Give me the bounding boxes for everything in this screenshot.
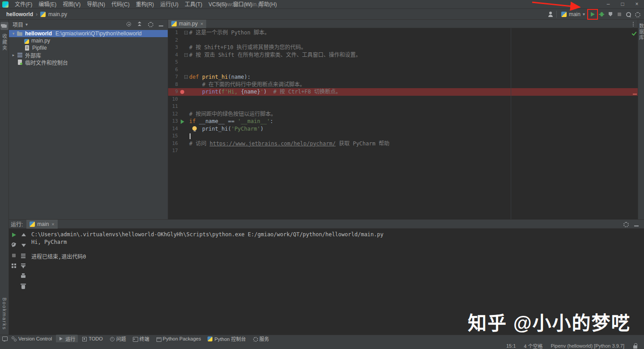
code-line[interactable]: 13if __name__ == '__main__': — [168, 118, 638, 125]
menu-item[interactable]: 代码(C) — [108, 0, 133, 9]
caret-position[interactable]: 15:1 — [506, 343, 516, 349]
tool-stripe-project-button[interactable] — [0, 22, 8, 30]
intention-bulb-icon[interactable] — [192, 126, 197, 131]
tool-stripe-favorites-button[interactable]: 收藏夹 — [1, 34, 8, 51]
gutter: 15 — [168, 132, 189, 140]
project-tree-item[interactable]: ▾helloworldE:\gmiao\work\QT\python\hello… — [9, 30, 168, 37]
project-tree-item[interactable]: ▸外部库 — [9, 51, 168, 59]
toolwindow-button-problems[interactable]: 问题 — [107, 335, 129, 343]
stop-process-button[interactable] — [11, 252, 17, 259]
rerun-button[interactable] — [11, 232, 17, 238]
maximize-button[interactable]: □ — [615, 0, 630, 9]
project-tree-item[interactable]: Pipfile — [9, 44, 168, 51]
inspection-scrollbar[interactable] — [632, 28, 638, 219]
panel-settings-icon[interactable] — [147, 21, 153, 27]
code-line[interactable]: 17 — [168, 147, 638, 155]
error-stripe-mark[interactable] — [633, 94, 637, 95]
close-tab-icon[interactable]: × — [200, 21, 203, 26]
menu-item[interactable]: 文件(F) — [12, 0, 35, 9]
breadcrumb-project[interactable]: helloworld — [6, 11, 33, 17]
code-line[interactable]: 9 print(f'Hi, {name}') # 按 Ctrl+F8 切换断点。 — [168, 88, 638, 96]
tool-stripe-bookmarks-button[interactable]: Bookmarks — [2, 298, 7, 330]
soft-wrap-icon[interactable] — [20, 252, 26, 259]
project-panel-title[interactable]: 项目 — [13, 21, 23, 28]
tool-window-switcher-icon[interactable] — [1, 336, 8, 342]
run-panel-settings-icon[interactable] — [623, 221, 629, 227]
search-everywhere-icon[interactable] — [625, 11, 631, 17]
menu-item[interactable]: 导航(N) — [84, 0, 108, 9]
breadcrumb-file[interactable]: main.py — [48, 11, 67, 17]
indent-info[interactable]: 4 个空格 — [524, 342, 542, 349]
print-icon[interactable] — [20, 273, 26, 279]
run-tab-main[interactable]: main × — [26, 220, 57, 229]
tab-options-icon[interactable] — [630, 21, 636, 27]
code-line[interactable]: 8 # 在下面的代码行中使用断点来调试脚本。 — [168, 81, 638, 89]
hide-panel-icon[interactable] — [158, 21, 164, 27]
console-toolbar — [18, 229, 28, 335]
tree-expanded-icon[interactable]: ▾ — [11, 31, 16, 36]
settings-icon[interactable] — [634, 11, 640, 17]
scroll-to-end-icon[interactable] — [20, 263, 26, 269]
edit-configuration-icon[interactable] — [11, 242, 17, 248]
toolwindow-button-run[interactable]: 运行 — [56, 335, 78, 343]
minimize-button[interactable]: – — [601, 0, 615, 9]
coverage-button[interactable] — [607, 11, 614, 17]
menu-item[interactable]: 运行(U) — [157, 0, 182, 9]
code-line[interactable]: 14 print_hi('PyCharm') — [168, 125, 638, 133]
menu-item[interactable]: 重构(R) — [133, 0, 157, 9]
code-line[interactable]: 10 — [168, 96, 638, 103]
toolwindow-button-vcs[interactable]: Version Control — [9, 335, 55, 343]
run-config-selector[interactable]: main ▾ — [559, 11, 587, 18]
clear-all-icon[interactable] — [20, 283, 26, 289]
code-line[interactable]: 2 — [168, 37, 638, 44]
toolwindow-button-terminal[interactable]: 终端 — [130, 335, 152, 343]
menu-item[interactable]: 工具(T) — [182, 0, 205, 9]
debug-button[interactable] — [598, 11, 605, 17]
tool-stripe-database-button[interactable]: 数据库 — [638, 23, 644, 41]
fold-icon[interactable] — [184, 31, 188, 34]
hide-run-panel-icon[interactable] — [633, 221, 640, 227]
up-stack-trace-icon[interactable] — [20, 232, 26, 238]
down-stack-trace-icon[interactable] — [20, 242, 26, 248]
fold-icon[interactable] — [184, 75, 188, 79]
close-tab-icon[interactable]: × — [51, 221, 54, 227]
toolwindow-button-pyconsole[interactable]: Python 控制台 — [205, 335, 248, 343]
code-line[interactable]: 5 — [168, 59, 638, 66]
tree-item-label: helloworld — [25, 30, 52, 37]
gutter-icons — [178, 125, 189, 133]
run-line-icon[interactable] — [181, 119, 184, 124]
tree-collapsed-icon[interactable]: ▸ — [11, 53, 16, 57]
breakpoint-icon[interactable] — [180, 90, 184, 94]
project-tree-item[interactable]: 临时文件和控制台 — [9, 59, 168, 66]
restore-layout-icon[interactable] — [11, 263, 17, 269]
close-button[interactable]: × — [630, 0, 644, 9]
gutter-icons — [178, 44, 189, 51]
code-line[interactable]: 7def print_hi(name): — [168, 73, 638, 81]
toolwindow-button-services[interactable]: 服务 — [250, 335, 272, 343]
project-tree-item[interactable]: main.py — [9, 37, 168, 44]
code-line[interactable]: 15 — [168, 132, 638, 140]
toolwindow-button-packages[interactable]: Python Packages — [153, 335, 204, 343]
code-line[interactable]: 4# 按 双击 Shift 在所有地方搜索类、文件、工具窗口、操作和设置。 — [168, 51, 638, 59]
run-panel-header: 运行: main × — [9, 220, 644, 229]
code-line[interactable]: 1# 这是一个示例 Python 脚本。 — [168, 29, 638, 37]
code-line[interactable]: 6 — [168, 66, 638, 74]
toolwindow-button-todo[interactable]: TODO — [79, 335, 106, 343]
interpreter-info[interactable]: Pipenv (helloworld) [Python 3.9.7] — [551, 343, 624, 349]
code-line[interactable]: 12# 按间距中的绿色按钮以运行脚本。 — [168, 111, 638, 118]
code-editor[interactable]: 1# 这是一个示例 Python 脚本。23# 按 Shift+F10 执行或将… — [168, 28, 638, 219]
code-line[interactable]: 3# 按 Shift+F10 执行或将其替换为您的代码。 — [168, 44, 638, 51]
editor-tab-main-py[interactable]: main.py × — [168, 20, 206, 28]
stop-button[interactable] — [616, 11, 623, 17]
menu-item[interactable]: 视图(V) — [59, 0, 84, 9]
fold-icon[interactable] — [184, 53, 188, 57]
code-line[interactable]: 16# 访问 https://www.jetbrains.com/help/py… — [168, 140, 638, 148]
run-button[interactable] — [589, 11, 596, 17]
collapse-all-icon[interactable] — [136, 21, 143, 27]
code-line[interactable]: 11 — [168, 103, 638, 111]
inspections-ok-icon[interactable] — [631, 30, 638, 36]
select-opened-file-icon[interactable] — [126, 21, 132, 27]
lock-icon[interactable] — [632, 343, 639, 349]
menu-item[interactable]: 编辑(E) — [35, 0, 59, 9]
code-with-me-icon[interactable] — [547, 11, 554, 17]
